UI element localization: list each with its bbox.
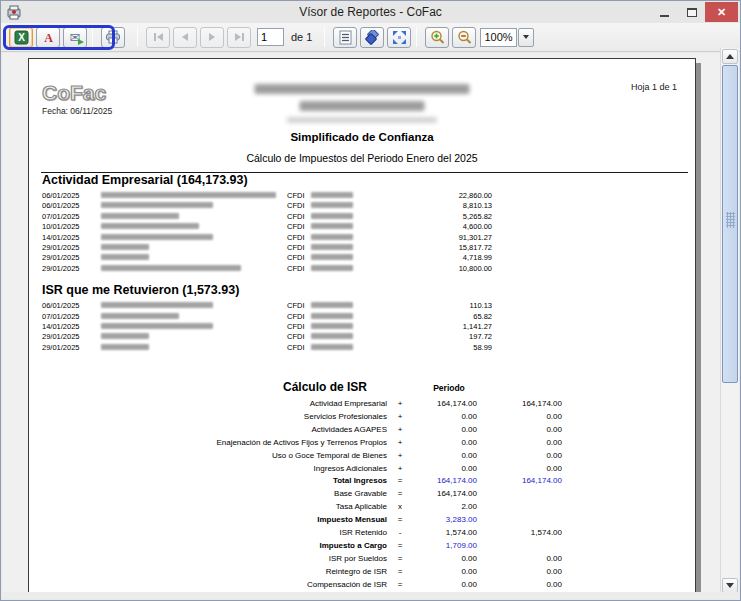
report-viewport[interactable]: CoFac Fecha: 06/11/2025 Hoja 1 de 1 Simp… (2, 53, 739, 594)
send-email-button[interactable]: ✉ (63, 27, 87, 48)
taxpayer-rfc-redacted (300, 101, 425, 111)
row-doc-label: CFDI (287, 212, 305, 221)
pdf-export-icon: A (41, 30, 56, 45)
zoom-out-button[interactable] (452, 27, 476, 48)
close-icon: ✕ (717, 6, 726, 19)
row-concept-redacted (101, 344, 149, 350)
zoom-in-button[interactable] (425, 27, 449, 48)
isr-row-value-acumulado: 164,174.00 (477, 475, 562, 488)
chevron-down-icon (726, 583, 734, 588)
row-doc-label: CFDI (287, 191, 305, 200)
row-date: 14/01/2025 (42, 322, 80, 331)
zoom-level-value[interactable]: 100% (480, 28, 517, 47)
row-concept-redacted (101, 234, 213, 240)
last-page-button[interactable] (227, 27, 251, 48)
isr-row-value-acumulado: 0.00 (477, 553, 562, 566)
isr-row-operator: - (387, 527, 413, 540)
table-row: 10/01/2025 CFDI 4,600.00 (29, 221, 695, 231)
email-send-arrow-icon (78, 39, 84, 45)
isr-row-label: Reintegro de ISR (57, 566, 387, 579)
row-doc-label: CFDI (287, 233, 305, 242)
first-page-button[interactable] (146, 27, 170, 48)
close-button[interactable]: ✕ (705, 2, 738, 22)
row-concept-redacted (101, 202, 213, 208)
scroll-up-button[interactable] (722, 49, 738, 64)
isr-row-value-periodo: 0.00 (413, 411, 477, 424)
isr-row-value-acumulado: 164,174.00 (477, 398, 562, 411)
export-excel-button[interactable]: X (9, 27, 33, 48)
section-heading-isr-retenido: ISR que me Retuvieron (1,573.93) (29, 283, 695, 299)
next-page-button[interactable] (200, 27, 224, 48)
table-row: 14/01/2025 CFDI 91,301.27 (29, 232, 695, 242)
maximize-button[interactable] (678, 2, 705, 22)
row-folio-redacted (311, 234, 353, 240)
isr-row-value-acumulado: 0.00 (477, 424, 562, 437)
report-date: Fecha: 06/11/2025 (42, 106, 112, 116)
row-doc-label: CFDI (287, 301, 305, 310)
vertical-scrollbar[interactable] (720, 48, 739, 594)
isr-row-value-acumulado (477, 488, 562, 501)
minimize-button[interactable] (651, 2, 678, 22)
export-pdf-button[interactable]: A (36, 27, 60, 48)
isr-row-value-acumulado: 0.00 (477, 411, 562, 424)
text-view-button[interactable] (333, 27, 357, 48)
row-amount: 58.99 (372, 343, 492, 352)
row-doc-label: CFDI (287, 264, 305, 273)
row-doc-label: CFDI (287, 332, 305, 341)
svg-text:X: X (18, 32, 25, 43)
zoom-level-combo[interactable]: 100% (480, 28, 534, 47)
row-amount: 5,265.82 (372, 212, 492, 221)
isr-retenido-rows: 06/01/2025 CFDI 110.13 07/01/2025 CFDI (29, 300, 695, 352)
toolbar: X A ✉ (1, 23, 740, 52)
zoom-in-icon (430, 30, 445, 45)
table-row: 07/01/2025 CFDI 65.82 (29, 311, 695, 321)
row-amount: 22,860.00 (372, 191, 492, 200)
row-doc-label: CFDI (287, 222, 305, 231)
isr-row-value-periodo: 0.00 (413, 437, 477, 450)
isr-row-value-periodo: 0.00 (413, 579, 477, 592)
isr-row-operator: = (387, 514, 413, 527)
row-amount: 1,141.27 (372, 322, 492, 331)
print-button[interactable] (101, 27, 125, 48)
zoom-dropdown-button[interactable] (518, 28, 534, 47)
window-title: Vísor de Reportes - CoFac (1, 5, 740, 19)
table-row: 06/01/2025 CFDI 22,860.00 (29, 190, 695, 200)
row-date: 29/01/2025 (42, 264, 80, 273)
row-doc-label: CFDI (287, 322, 305, 331)
report-page: CoFac Fecha: 06/11/2025 Hoja 1 de 1 Simp… (28, 58, 696, 594)
isr-row-label: ISR por Sueldos (57, 553, 387, 566)
row-concept-redacted (101, 213, 179, 219)
row-amount: 197.72 (372, 332, 492, 341)
isr-row-value-acumulado (477, 501, 562, 514)
isr-row-value-acumulado: 0.00 (477, 579, 562, 592)
isr-row-label: Impuesto Mensual (57, 514, 387, 527)
scrollbar-thumb[interactable] (722, 65, 738, 383)
row-date: 06/01/2025 (42, 201, 80, 210)
page-number-input[interactable] (257, 28, 284, 46)
report-subtitle: Cálculo de Impuestos del Periodo Enero d… (29, 152, 695, 164)
isr-periodo-header: Periodo (413, 383, 485, 393)
previous-page-icon (182, 33, 188, 41)
row-folio-redacted (311, 202, 353, 208)
window-bottom-edge (2, 592, 739, 599)
cofac-logo: CoFac (42, 81, 106, 105)
row-folio-redacted (311, 213, 353, 219)
row-folio-redacted (311, 302, 353, 308)
title-bar: Vísor de Reportes - CoFac ✕ (1, 1, 740, 23)
pages-view-button[interactable] (360, 27, 384, 48)
row-doc-label: CFDI (287, 343, 305, 352)
row-doc-label: CFDI (287, 243, 305, 252)
row-amount: 10,800.00 (372, 264, 492, 273)
scroll-down-button[interactable] (722, 578, 738, 593)
table-row: 06/01/2025 CFDI 110.13 (29, 300, 695, 310)
isr-row-label: Base Gravable (57, 488, 387, 501)
isr-row-operator: x (387, 501, 413, 514)
row-date: 29/01/2025 (42, 243, 80, 252)
fit-window-button[interactable] (387, 27, 411, 48)
section-heading-actividad: Actividad Empresarial (164,173.93) (29, 173, 695, 189)
isr-row-value-acumulado: 0.00 (477, 437, 562, 450)
isr-row-value-periodo: 0.00 (413, 553, 477, 566)
previous-page-button[interactable] (173, 27, 197, 48)
pages-icon (365, 30, 380, 45)
row-folio-redacted (311, 192, 353, 198)
